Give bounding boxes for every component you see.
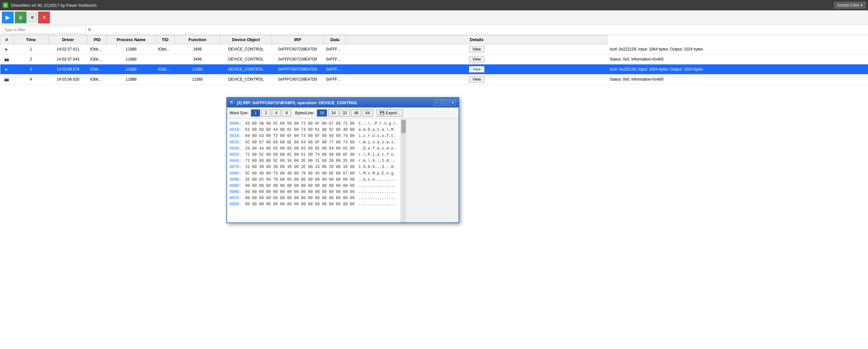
row-driver: IObitUnlocker [88,54,107,64]
row-details: Ioctl: 0x222128; Input: 1064 bytes; Outp… [607,64,868,75]
accent-color-button[interactable]: Accent Color ▾ [834,2,865,8]
row-driver: IObitUnlocker [88,75,107,85]
row-num: 1 [13,45,49,54]
menu-button[interactable]: ≡ [28,13,37,22]
row-time: 14:02:37.611 [49,45,88,54]
bytes-line-label: Bytes/Line: [295,111,314,115]
row-icon: ▶ [0,45,13,54]
filter-clear-button[interactable]: ✕ [86,27,93,33]
row-data: View [346,54,607,64]
row-tid: 11580 [175,75,220,85]
row-details: Status: 0x0; Information=0x400 [607,75,868,85]
row-data: View [346,64,607,75]
row-device: 0xFFFC607238E47D0 [272,45,324,54]
bytes-line-48[interactable]: 48 [351,110,361,117]
title-bar: D DriverMon v0.30, (C)2017 by Pavel Yosi… [0,0,868,10]
table-header: # Time Driver PID Process Name TID Funct… [0,35,868,45]
info-button[interactable]: 🖥 i [15,12,27,23]
hex-bytes: 43 00 3A 00 5C 00 50 00 72 00 6F 00 67 0… [245,121,354,221]
dialog-title-text: (3) IRP: 0xFFFC6071F4FA6F0, operation: D… [237,100,358,105]
col-header-pid: PID [88,35,107,45]
export-button[interactable]: 💾 Export... [377,110,403,117]
col-header-data: Data [324,35,346,45]
row-num: 2 [13,54,49,64]
row-pid: 11888 [107,64,156,75]
col-header-device: Device Object [220,35,272,45]
row-pid: 11888 [107,45,156,54]
row-irp: 0xFFFC6071FC981A0 [324,45,346,54]
col-header-num: # [0,35,13,45]
dialog-search-icon: 🔍 [229,100,235,105]
dialog-title-bar: 🔍 (3) IRP: 0xFFFC6071F4FA6F0, operation:… [227,98,459,108]
row-tid: 3496 [175,54,220,64]
word-size-4[interactable]: 4 [272,110,281,117]
row-icon: ▶ [0,64,13,75]
table-row[interactable]: ▶114:02:37.611IObitUnlocker11888IObitUnl… [0,45,868,54]
row-driver: IObitUnlocker [88,64,107,75]
irp-dialog[interactable]: 🔍 (3) IRP: 0xFFFC6071F4FA6F0, operation:… [226,97,459,223]
play-button[interactable]: ▶ [2,12,13,23]
toolbar: ▶ 🖥 i ≡ ✕ [0,10,868,25]
dialog-title-left: 🔍 (3) IRP: 0xFFFC6071F4FA6F0, operation:… [229,100,358,105]
monitor-icon: 🖥 [19,15,23,20]
title-bar-right: Accent Color ▾ [834,2,865,8]
row-function: DEVICE_CONTROL [220,64,272,75]
dialog-minimize-button[interactable]: ─ [434,100,440,106]
dialog-content-area: 0000: 0010: 0020: 0030: 0040: 0050: 0060… [227,119,459,223]
row-data: View [346,75,607,85]
row-num: 4 [13,75,49,85]
row-irp: 0xFFFC6071F4FA6F0 [324,75,346,85]
dialog-maximize-button[interactable]: □ [442,100,448,106]
filter-input[interactable] [2,26,86,34]
table-row[interactable]: ▶314:03:56.574IObitUnlocker11888IObitUnl… [0,64,868,75]
word-size-8[interactable]: 8 [282,110,291,117]
table-row[interactable]: 📷214:02:37.643IObitUnlocker118883496DEVI… [0,54,868,64]
dialog-toolbar: Word Size: 1 2 4 8 Bytes/Line: 16 24 32 … [227,108,459,119]
row-irp: 0xFFFC6071FC981A0 [324,54,346,64]
svg-text:D: D [4,4,6,7]
main-table: # Time Driver PID Process Name TID Funct… [0,35,868,85]
dialog-content[interactable]: 0000: 0010: 0020: 0030: 0040: 0050: 0060… [227,119,401,223]
export-label: Export... [386,111,400,115]
col-header-time: Time [13,35,49,45]
hex-ascii: C.:.\..P.r.o.g.r. a.m.D.a.t.a.\.M. i.c.r… [358,121,398,221]
bytes-line-24[interactable]: 24 [328,110,338,117]
row-function: DEVICE_CONTROL [220,45,272,54]
col-header-tid: TID [156,35,175,45]
save-icon: 💾 [380,111,384,115]
view-button[interactable]: View [469,46,485,53]
view-button[interactable]: View [469,76,485,83]
row-device: 0xFFFC607238E47D0 [272,75,324,85]
col-header-details: Details [346,35,607,45]
bytes-line-16[interactable]: 16 [317,110,327,117]
view-button[interactable]: View [469,56,485,62]
info-badge: i [22,19,26,22]
word-size-2[interactable]: 2 [261,110,270,117]
col-header-function: Function [175,35,220,45]
row-function: DEVICE_CONTROL [220,54,272,64]
table-body: ▶114:02:37.611IObitUnlocker11888IObitUnl… [0,45,868,85]
row-irp: 0xFFFC6071F4FA6F0 [324,64,346,75]
app-icon: D [3,2,8,8]
row-device: 0xFFFC607238E47D0 [272,64,324,75]
bytes-line-64[interactable]: 64 [363,110,373,117]
view-button[interactable]: View [469,66,485,72]
row-time: 14:03:56.620 [49,75,88,85]
row-process: IObitUnlocker.exe [156,64,175,75]
accent-color-label: Accent Color [837,3,859,7]
col-header-driver: Driver [49,35,88,45]
row-tid: 3496 [175,45,220,54]
row-data: View [346,45,607,54]
word-size-1[interactable]: 1 [251,110,260,117]
dialog-close-button[interactable]: ✕ [450,100,456,106]
row-num: 3 [13,64,49,75]
row-details: Status: 0x0; Information=0x400 [607,54,868,64]
col-header-process: Process Name [107,35,156,45]
table-row[interactable]: 📷414:03:56.620IObitUnlocker1188811580DEV… [0,75,868,85]
accent-color-dropdown-icon: ▾ [861,3,863,7]
dialog-scrollbar[interactable] [401,119,406,223]
row-details: Ioctl: 0x222128; Input: 1064 bytes; Outp… [607,45,868,54]
close-button[interactable]: ✕ [38,12,50,23]
row-pid: 11888 [107,54,156,64]
bytes-line-32[interactable]: 32 [340,110,350,117]
